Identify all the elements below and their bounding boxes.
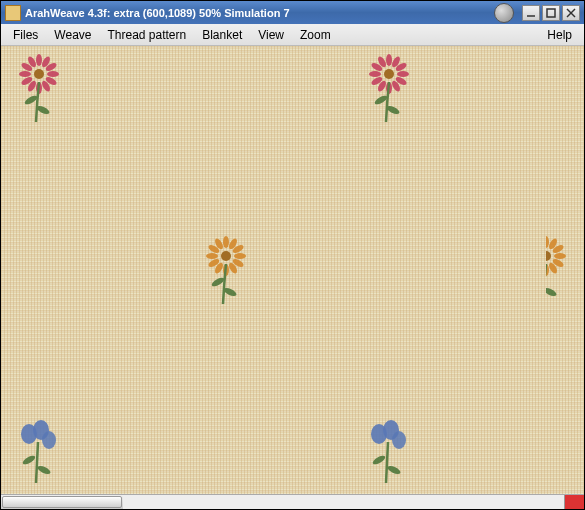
svg-point-58 xyxy=(546,236,549,248)
svg-point-71 xyxy=(392,431,406,449)
menu-files[interactable]: Files xyxy=(5,25,46,45)
menu-weave[interactable]: Weave xyxy=(46,25,99,45)
decorative-swirl-icon xyxy=(494,3,514,23)
flower-tl-pink xyxy=(9,52,69,140)
horizontal-scrollbar[interactable] xyxy=(1,494,584,509)
svg-point-72 xyxy=(371,454,386,466)
scrollbar-end-indicator xyxy=(564,495,584,509)
scrollbar-thumb[interactable] xyxy=(2,496,122,508)
menubar: Files Weave Thread pattern Blanket View … xyxy=(1,24,584,46)
menu-help[interactable]: Help xyxy=(539,25,580,45)
svg-point-66 xyxy=(42,431,56,449)
app-window: ArahWeave 4.3f: extra (600,1089) 50% Sim… xyxy=(0,0,585,510)
svg-point-68 xyxy=(36,464,51,475)
maximize-button[interactable] xyxy=(542,5,560,21)
menu-blanket[interactable]: Blanket xyxy=(194,25,250,45)
fabric-texture xyxy=(1,46,584,494)
minimize-button[interactable] xyxy=(522,5,540,21)
svg-point-28 xyxy=(386,54,392,66)
title-app: ArahWeave 4.3f: xyxy=(25,7,110,19)
flower-right-orange xyxy=(546,234,576,322)
flower-center-orange xyxy=(196,234,256,322)
svg-point-73 xyxy=(386,464,401,475)
svg-point-31 xyxy=(384,69,394,79)
svg-point-63 xyxy=(546,286,558,297)
svg-point-4 xyxy=(47,71,59,77)
flower-tr-pink xyxy=(359,52,419,140)
menu-zoom[interactable]: Zoom xyxy=(292,25,339,45)
svg-point-67 xyxy=(21,454,36,466)
menu-thread-pattern[interactable]: Thread pattern xyxy=(99,25,194,45)
menu-view[interactable]: View xyxy=(250,25,292,45)
titlebar[interactable]: ArahWeave 4.3f: extra (600,1089) 50% Sim… xyxy=(1,1,584,24)
svg-point-61 xyxy=(546,251,551,261)
flower-br-blue xyxy=(361,418,416,494)
svg-point-10 xyxy=(19,71,31,77)
close-button[interactable] xyxy=(562,5,580,21)
scrollbar-track[interactable] xyxy=(123,495,564,509)
fabric-canvas[interactable] xyxy=(1,46,584,494)
svg-point-46 xyxy=(221,251,231,261)
svg-point-34 xyxy=(234,253,246,259)
svg-rect-1 xyxy=(547,9,555,17)
flower-bl-blue xyxy=(11,418,66,494)
svg-point-25 xyxy=(369,71,381,77)
svg-point-16 xyxy=(34,69,44,79)
svg-point-43 xyxy=(223,236,229,248)
svg-point-13 xyxy=(36,54,42,66)
title-text: ArahWeave 4.3f: extra (600,1089) 50% Sim… xyxy=(25,7,494,19)
svg-point-49 xyxy=(554,253,566,259)
svg-point-40 xyxy=(206,253,218,259)
svg-point-19 xyxy=(397,71,409,77)
title-doc: extra (600,1089) 50% Simulation 7 xyxy=(113,7,289,19)
app-icon xyxy=(5,5,21,21)
